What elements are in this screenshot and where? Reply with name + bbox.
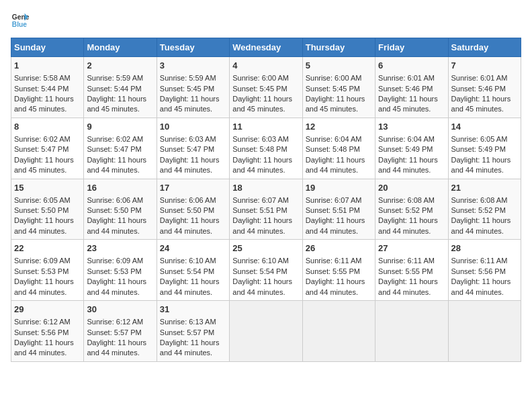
day-number: 25 <box>232 242 299 255</box>
calendar-cell: 6Sunrise: 6:01 AMSunset: 5:46 PMDaylight… <box>375 57 448 118</box>
calendar-cell: 18Sunrise: 6:07 AMSunset: 5:51 PMDayligh… <box>230 179 302 240</box>
day-number: 17 <box>160 182 226 194</box>
day-number: 13 <box>378 121 445 133</box>
day-number: 18 <box>232 182 299 194</box>
day-number: 20 <box>378 182 445 194</box>
calendar-cell: 21Sunrise: 6:08 AMSunset: 5:52 PMDayligh… <box>448 179 521 240</box>
calendar-body: 1Sunrise: 5:58 AMSunset: 5:44 PMDaylight… <box>11 57 521 362</box>
calendar-cell: 3Sunrise: 5:59 AMSunset: 5:45 PMDaylight… <box>157 57 229 118</box>
calendar-table: SundayMondayTuesdayWednesdayThursdayFrid… <box>11 38 521 362</box>
week-row-3: 15Sunrise: 6:05 AMSunset: 5:50 PMDayligh… <box>11 179 521 240</box>
logo: General Blue <box>11 11 30 30</box>
col-header-monday: Monday <box>84 38 157 57</box>
calendar-cell: 29Sunrise: 6:12 AMSunset: 5:56 PMDayligh… <box>11 301 84 362</box>
day-number: 10 <box>160 121 226 133</box>
day-number: 14 <box>451 121 518 133</box>
page-header: General Blue <box>11 11 521 30</box>
col-header-tuesday: Tuesday <box>157 38 229 57</box>
calendar-cell: 23Sunrise: 6:09 AMSunset: 5:53 PMDayligh… <box>84 240 157 301</box>
calendar-cell: 25Sunrise: 6:10 AMSunset: 5:54 PMDayligh… <box>230 240 302 301</box>
day-number: 29 <box>14 304 81 316</box>
svg-text:Blue: Blue <box>12 21 28 28</box>
day-number: 28 <box>451 242 518 255</box>
week-row-2: 8Sunrise: 6:02 AMSunset: 5:47 PMDaylight… <box>11 118 521 179</box>
calendar-cell: 13Sunrise: 6:04 AMSunset: 5:49 PMDayligh… <box>375 118 448 179</box>
calendar-cell: 26Sunrise: 6:11 AMSunset: 5:55 PMDayligh… <box>302 240 375 301</box>
calendar-cell: 8Sunrise: 6:02 AMSunset: 5:47 PMDaylight… <box>11 118 84 179</box>
day-number: 4 <box>232 60 299 72</box>
calendar-cell: 1Sunrise: 5:58 AMSunset: 5:44 PMDaylight… <box>11 57 84 118</box>
calendar-cell: 7Sunrise: 6:01 AMSunset: 5:46 PMDaylight… <box>448 57 521 118</box>
day-number: 30 <box>87 304 153 316</box>
calendar-cell: 9Sunrise: 6:02 AMSunset: 5:47 PMDaylight… <box>84 118 157 179</box>
calendar-cell: 4Sunrise: 6:00 AMSunset: 5:45 PMDaylight… <box>230 57 302 118</box>
day-number: 12 <box>306 121 372 133</box>
day-number: 7 <box>451 60 518 72</box>
day-number: 3 <box>160 60 226 72</box>
calendar-cell: 20Sunrise: 6:08 AMSunset: 5:52 PMDayligh… <box>375 179 448 240</box>
day-number: 5 <box>306 60 372 72</box>
calendar-cell: 11Sunrise: 6:03 AMSunset: 5:48 PMDayligh… <box>230 118 302 179</box>
calendar-cell: 14Sunrise: 6:05 AMSunset: 5:49 PMDayligh… <box>448 118 521 179</box>
day-number: 8 <box>14 121 81 133</box>
day-number: 6 <box>378 60 445 72</box>
day-number: 22 <box>14 242 81 255</box>
day-number: 21 <box>451 182 518 194</box>
week-row-1: 1Sunrise: 5:58 AMSunset: 5:44 PMDaylight… <box>11 57 521 118</box>
calendar-cell: 2Sunrise: 5:59 AMSunset: 5:44 PMDaylight… <box>84 57 157 118</box>
day-number: 1 <box>14 60 81 72</box>
day-number: 2 <box>87 60 153 72</box>
day-number: 9 <box>87 121 153 133</box>
calendar-cell: 31Sunrise: 6:13 AMSunset: 5:57 PMDayligh… <box>157 301 229 362</box>
calendar-cell: 5Sunrise: 6:00 AMSunset: 5:45 PMDaylight… <box>302 57 375 118</box>
calendar-cell: 22Sunrise: 6:09 AMSunset: 5:53 PMDayligh… <box>11 240 84 301</box>
day-number: 31 <box>160 304 226 316</box>
day-number: 15 <box>14 182 81 194</box>
col-header-sunday: Sunday <box>11 38 84 57</box>
week-row-5: 29Sunrise: 6:12 AMSunset: 5:56 PMDayligh… <box>11 301 521 362</box>
day-number: 16 <box>87 182 153 194</box>
calendar-cell <box>302 301 375 362</box>
calendar-cell: 17Sunrise: 6:06 AMSunset: 5:50 PMDayligh… <box>157 179 229 240</box>
col-header-thursday: Thursday <box>302 38 375 57</box>
day-number: 27 <box>378 242 445 255</box>
day-number: 11 <box>232 121 299 133</box>
calendar-cell: 15Sunrise: 6:05 AMSunset: 5:50 PMDayligh… <box>11 179 84 240</box>
col-header-friday: Friday <box>375 38 448 57</box>
calendar-cell: 30Sunrise: 6:12 AMSunset: 5:57 PMDayligh… <box>84 301 157 362</box>
calendar-header-row: SundayMondayTuesdayWednesdayThursdayFrid… <box>11 38 521 57</box>
calendar-cell: 16Sunrise: 6:06 AMSunset: 5:50 PMDayligh… <box>84 179 157 240</box>
calendar-cell: 28Sunrise: 6:11 AMSunset: 5:56 PMDayligh… <box>448 240 521 301</box>
week-row-4: 22Sunrise: 6:09 AMSunset: 5:53 PMDayligh… <box>11 240 521 301</box>
col-header-wednesday: Wednesday <box>230 38 302 57</box>
calendar-cell <box>375 301 448 362</box>
calendar-cell <box>230 301 302 362</box>
day-number: 26 <box>306 242 372 255</box>
day-number: 23 <box>87 242 153 255</box>
day-number: 19 <box>306 182 372 194</box>
calendar-cell <box>448 301 521 362</box>
calendar-cell: 12Sunrise: 6:04 AMSunset: 5:48 PMDayligh… <box>302 118 375 179</box>
logo-icon: General Blue <box>11 11 30 30</box>
col-header-saturday: Saturday <box>448 38 521 57</box>
calendar-cell: 10Sunrise: 6:03 AMSunset: 5:47 PMDayligh… <box>157 118 229 179</box>
calendar-cell: 19Sunrise: 6:07 AMSunset: 5:51 PMDayligh… <box>302 179 375 240</box>
day-number: 24 <box>160 242 226 255</box>
calendar-cell: 24Sunrise: 6:10 AMSunset: 5:54 PMDayligh… <box>157 240 229 301</box>
calendar-cell: 27Sunrise: 6:11 AMSunset: 5:55 PMDayligh… <box>375 240 448 301</box>
